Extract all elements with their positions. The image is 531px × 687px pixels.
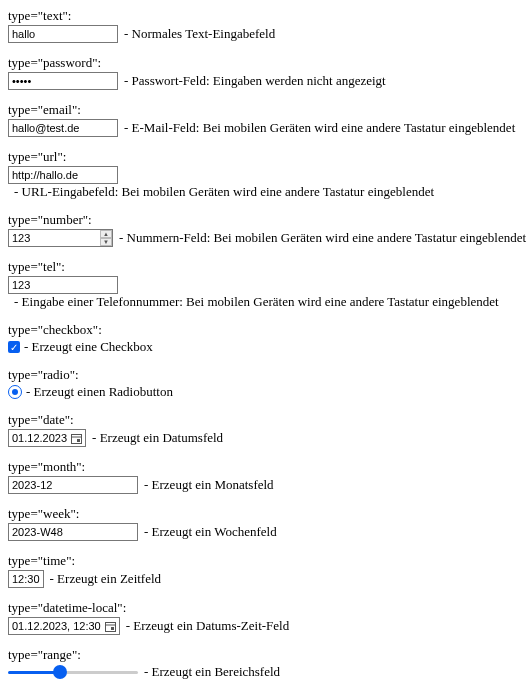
label-email: type="email": — [8, 102, 531, 118]
desc-datetime: - Erzeugt ein Datums-Zeit-Feld — [126, 618, 290, 634]
svg-rect-5 — [111, 627, 114, 630]
label-radio: type="radio": — [8, 367, 531, 383]
input-number[interactable] — [8, 229, 113, 247]
calendar-icon — [71, 433, 82, 444]
desc-checkbox: - Erzeugt eine Checkbox — [24, 339, 153, 355]
label-date: type="date": — [8, 412, 531, 428]
label-range: type="range": — [8, 647, 531, 663]
desc-date: - Erzeugt ein Datumsfeld — [92, 430, 223, 446]
desc-tel: - Eingabe einer Telefonnummer: Bei mobil… — [14, 294, 499, 310]
input-password[interactable] — [8, 72, 118, 90]
input-url[interactable] — [8, 166, 118, 184]
desc-time: - Erzeugt ein Zeitfeld — [50, 571, 162, 587]
input-datetime[interactable]: 01.12.2023, 12:30 — [8, 617, 120, 635]
field-date: type="date": 01.12.2023 - Erzeugt ein Da… — [8, 412, 531, 447]
field-datetime: type="datetime-local": 01.12.2023, 12:30… — [8, 600, 531, 635]
input-radio[interactable] — [8, 385, 22, 399]
input-email[interactable] — [8, 119, 118, 137]
field-email: type="email": - E-Mail-Feld: Bei mobilen… — [8, 102, 531, 137]
field-text: type="text": - Normales Text-Eingabefeld — [8, 8, 531, 43]
label-password: type="password": — [8, 55, 531, 71]
svg-rect-2 — [77, 439, 80, 442]
desc-range: - Erzeugt ein Bereichsfeld — [144, 664, 280, 680]
field-tel: type="tel": - Eingabe einer Telefonnumme… — [8, 259, 531, 310]
label-datetime: type="datetime-local": — [8, 600, 531, 616]
number-spinner[interactable]: ▲▼ — [100, 230, 112, 246]
field-password: type="password": - Passwort-Feld: Eingab… — [8, 55, 531, 90]
field-time: type="time": 12:30 - Erzeugt ein Zeitfel… — [8, 553, 531, 588]
label-month: type="month": — [8, 459, 531, 475]
desc-month: - Erzeugt ein Monatsfeld — [144, 477, 274, 493]
desc-week: - Erzeugt ein Wochenfeld — [144, 524, 277, 540]
desc-radio: - Erzeugt einen Radiobutton — [26, 384, 173, 400]
input-text[interactable] — [8, 25, 118, 43]
label-url: type="url": — [8, 149, 531, 165]
desc-text: - Normales Text-Eingabefeld — [124, 26, 275, 42]
label-checkbox: type="checkbox": — [8, 322, 531, 338]
input-date[interactable]: 01.12.2023 — [8, 429, 86, 447]
input-month[interactable] — [8, 476, 138, 494]
desc-email: - E-Mail-Feld: Bei mobilen Geräten wird … — [124, 120, 515, 136]
input-range[interactable] — [8, 664, 138, 680]
field-checkbox: type="checkbox": ✓ - Erzeugt eine Checkb… — [8, 322, 531, 355]
field-week: type="week": - Erzeugt ein Wochenfeld — [8, 506, 531, 541]
label-text: type="text": — [8, 8, 531, 24]
input-tel[interactable] — [8, 276, 118, 294]
label-number: type="number": — [8, 212, 531, 228]
calendar-icon — [105, 621, 116, 632]
desc-password: - Passwort-Feld: Eingaben werden nicht a… — [124, 73, 386, 89]
label-time: type="time": — [8, 553, 531, 569]
field-month: type="month": - Erzeugt ein Monatsfeld — [8, 459, 531, 494]
label-tel: type="tel": — [8, 259, 531, 275]
label-week: type="week": — [8, 506, 531, 522]
field-number: type="number": ▲▼ - Nummern-Feld: Bei mo… — [8, 212, 531, 247]
input-checkbox[interactable]: ✓ — [8, 341, 20, 353]
input-time[interactable]: 12:30 — [8, 570, 44, 588]
field-radio: type="radio": - Erzeugt einen Radiobutto… — [8, 367, 531, 400]
desc-url: - URL-Eingabefeld: Bei mobilen Geräten w… — [14, 184, 434, 200]
desc-number: - Nummern-Feld: Bei mobilen Geräten wird… — [119, 230, 526, 246]
field-range: type="range": - Erzeugt ein Bereichsfeld — [8, 647, 531, 680]
input-week[interactable] — [8, 523, 138, 541]
field-url: type="url": - URL-Eingabefeld: Bei mobil… — [8, 149, 531, 200]
